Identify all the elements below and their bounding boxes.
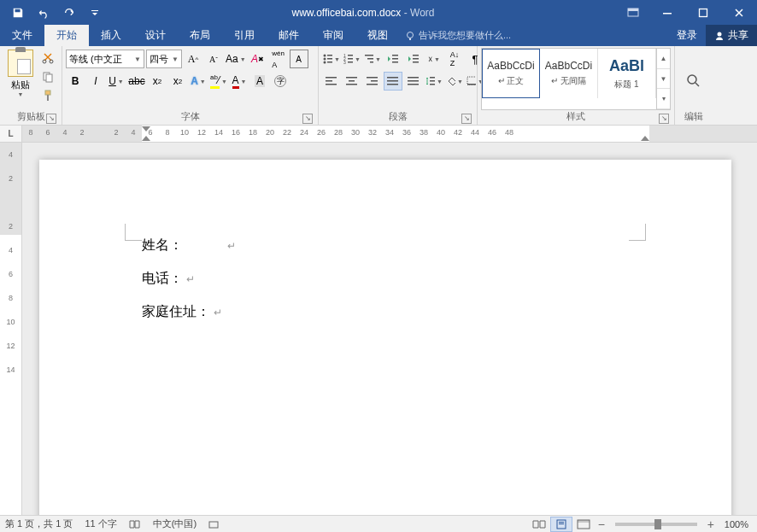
align-left-button[interactable] bbox=[322, 72, 341, 91]
enclose-characters-button[interactable]: 字 bbox=[271, 72, 290, 91]
ribbon-display-options-button[interactable] bbox=[620, 3, 646, 22]
subscript-button[interactable]: x2 bbox=[148, 72, 167, 91]
read-mode-button[interactable] bbox=[528, 517, 550, 532]
web-layout-button[interactable] bbox=[572, 517, 595, 532]
first-line-indent-marker[interactable] bbox=[142, 126, 150, 132]
style-normal[interactable]: AaBbCcDi ↵ 正文 bbox=[482, 49, 540, 98]
styles-launcher[interactable]: ↘ bbox=[659, 114, 669, 124]
font-color-button[interactable]: A▼ bbox=[230, 72, 249, 91]
svg-point-53 bbox=[688, 75, 696, 84]
login-button[interactable]: 登录 bbox=[668, 28, 706, 43]
page-count[interactable]: 第 1 页，共 1 页 bbox=[5, 517, 73, 530]
document-line[interactable]: 电话：↵ bbox=[142, 270, 629, 288]
shading-button[interactable]: ▼ bbox=[445, 72, 464, 91]
shrink-font-button[interactable]: Aˇ bbox=[204, 50, 223, 68]
align-right-button[interactable] bbox=[363, 72, 382, 91]
style-preview: AaBbCcDi bbox=[545, 60, 592, 72]
text-effects-button[interactable]: A▼ bbox=[189, 72, 208, 91]
hanging-indent-marker[interactable] bbox=[142, 136, 150, 141]
tab-home[interactable]: 开始 bbox=[44, 25, 89, 46]
decrease-indent-button[interactable] bbox=[384, 50, 402, 68]
format-painter-button[interactable] bbox=[39, 87, 56, 104]
font-family-combo[interactable]: 等线 (中文正▼ bbox=[66, 50, 144, 68]
align-left-icon bbox=[326, 76, 337, 86]
font-launcher[interactable]: ↘ bbox=[302, 114, 313, 124]
cut-button[interactable] bbox=[39, 50, 56, 67]
minimize-button[interactable] bbox=[649, 0, 685, 25]
highlight-button[interactable]: ab⁄▼ bbox=[209, 72, 228, 91]
tab-references[interactable]: 引用 bbox=[222, 25, 267, 46]
maximize-button[interactable] bbox=[685, 0, 721, 25]
right-indent-marker[interactable] bbox=[641, 136, 649, 141]
tab-layout[interactable]: 布局 bbox=[178, 25, 222, 46]
zoom-slider-thumb[interactable] bbox=[654, 519, 661, 529]
book-icon bbox=[129, 519, 141, 529]
line-spacing-button[interactable]: ▼ bbox=[425, 72, 443, 91]
qat-customize-button[interactable] bbox=[84, 3, 106, 23]
italic-button[interactable]: I bbox=[86, 72, 105, 91]
line-spacing-icon bbox=[425, 76, 435, 86]
strikethrough-button[interactable]: abc bbox=[127, 72, 146, 91]
align-center-button[interactable] bbox=[343, 72, 361, 91]
title-bar: www.officebai.com.docx - Word bbox=[0, 0, 757, 25]
bold-button[interactable]: B bbox=[66, 72, 85, 91]
gallery-down-button[interactable]: ▼ bbox=[657, 69, 670, 90]
tab-design[interactable]: 设计 bbox=[133, 25, 178, 46]
clipboard-launcher[interactable]: ↘ bbox=[46, 114, 56, 124]
gallery-up-button[interactable]: ▲ bbox=[657, 49, 670, 69]
paragraph-launcher[interactable]: ↘ bbox=[461, 114, 472, 124]
find-button[interactable] bbox=[684, 71, 704, 91]
ruler-row: L 86422468101214161820222426283032343638… bbox=[0, 126, 757, 143]
word-count[interactable]: 11 个字 bbox=[85, 517, 116, 530]
document-page[interactable]: 姓名：↵ 电话：↵ 家庭住址：↵ bbox=[39, 160, 731, 515]
style-heading1[interactable]: AaBl 标题 1 bbox=[598, 49, 656, 98]
font-size-combo[interactable]: 四号▼ bbox=[146, 50, 182, 68]
tell-me-search[interactable]: 告诉我您想要做什么... bbox=[405, 25, 511, 46]
multilevel-list-button[interactable]: ▼ bbox=[363, 50, 382, 68]
tab-file[interactable]: 文件 bbox=[0, 25, 44, 46]
redo-button[interactable] bbox=[58, 3, 80, 23]
macro-record-button[interactable] bbox=[208, 519, 219, 529]
zoom-out-button[interactable]: − bbox=[595, 517, 608, 531]
bullets-button[interactable]: ▼ bbox=[322, 50, 341, 68]
tab-review[interactable]: 审阅 bbox=[311, 25, 355, 46]
change-case-button[interactable]: Aa▼ bbox=[225, 50, 247, 68]
vertical-ruler[interactable]: 422468101214 bbox=[0, 143, 22, 515]
tab-mailings[interactable]: 邮件 bbox=[267, 25, 311, 46]
zoom-in-button[interactable]: + bbox=[704, 517, 718, 531]
spell-check-button[interactable] bbox=[129, 519, 141, 529]
character-shading-button[interactable]: A bbox=[250, 72, 269, 91]
document-line[interactable]: 家庭住址：↵ bbox=[142, 303, 629, 321]
horizontal-ruler[interactable]: 8642246810121416182022242628303234363840… bbox=[22, 126, 757, 142]
tab-view[interactable]: 视图 bbox=[355, 25, 400, 46]
paste-button[interactable]: 粘贴 ▼ bbox=[3, 48, 38, 110]
sort-button[interactable]: A↓Z bbox=[445, 50, 464, 68]
gallery-expand-button[interactable]: ▾ bbox=[657, 89, 670, 109]
grow-font-button[interactable]: A^ bbox=[184, 50, 202, 68]
svg-rect-2 bbox=[663, 13, 672, 15]
share-button[interactable]: 共享 bbox=[706, 25, 757, 46]
align-justify-button[interactable] bbox=[384, 72, 402, 91]
copy-button[interactable] bbox=[39, 68, 56, 85]
print-layout-button[interactable] bbox=[550, 517, 572, 532]
underline-button[interactable]: U▼ bbox=[107, 72, 126, 91]
undo-button[interactable] bbox=[32, 3, 55, 23]
distribute-button[interactable] bbox=[404, 72, 423, 91]
character-border-button[interactable]: A bbox=[290, 50, 308, 68]
document-scroll-area[interactable]: 姓名：↵ 电话：↵ 家庭住址：↵ bbox=[22, 143, 757, 515]
tab-selector[interactable]: L bbox=[0, 126, 22, 142]
phonetic-guide-button[interactable]: wénA bbox=[269, 50, 288, 68]
clear-formatting-button[interactable]: A✖ bbox=[249, 50, 267, 68]
document-line[interactable]: 姓名：↵ bbox=[142, 237, 629, 254]
save-button[interactable] bbox=[7, 3, 29, 23]
asian-layout-button[interactable]: ☓▼ bbox=[425, 50, 443, 68]
zoom-level[interactable]: 100% bbox=[725, 519, 748, 529]
close-button[interactable] bbox=[721, 0, 757, 25]
superscript-button[interactable]: x2 bbox=[168, 72, 187, 91]
increase-indent-button[interactable] bbox=[404, 50, 423, 68]
numbering-button[interactable]: 123▼ bbox=[343, 50, 361, 68]
style-no-spacing[interactable]: AaBbCcDi ↵ 无间隔 bbox=[540, 49, 598, 98]
zoom-slider[interactable] bbox=[615, 523, 697, 526]
tab-insert[interactable]: 插入 bbox=[89, 25, 133, 46]
language-status[interactable]: 中文(中国) bbox=[153, 517, 197, 530]
